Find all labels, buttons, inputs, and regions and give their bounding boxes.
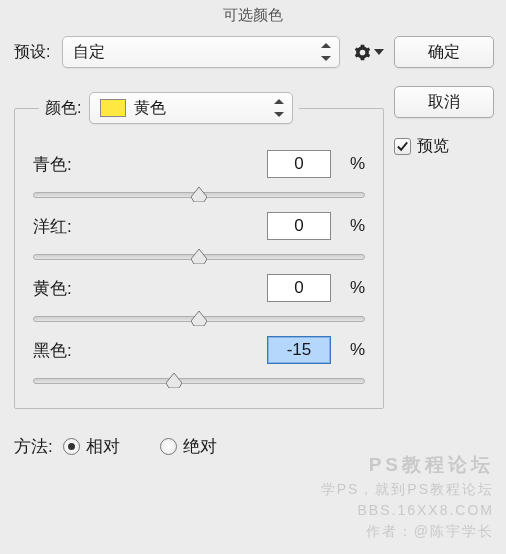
cyan-slider[interactable] [33, 188, 365, 202]
colors-group: 颜色: 黄色 青色: 0 % 洋红 [14, 92, 384, 409]
magenta-label: 洋红: [33, 215, 97, 238]
method-absolute-label: 绝对 [183, 435, 217, 458]
chevrons-icon [321, 41, 331, 63]
preset-value: 自定 [73, 42, 105, 63]
preview-label: 预览 [417, 136, 449, 157]
black-label: 黑色: [33, 339, 97, 362]
radio-off-icon [160, 438, 177, 455]
percent-label: % [341, 154, 365, 174]
preset-label: 预设: [14, 42, 62, 63]
cyan-label: 青色: [33, 153, 97, 176]
magenta-slider[interactable] [33, 250, 365, 264]
black-input[interactable]: -15 [267, 336, 331, 364]
black-slider[interactable] [33, 374, 365, 388]
method-absolute-option[interactable]: 绝对 [160, 435, 217, 458]
colors-legend: 颜色: 黄色 [39, 92, 299, 124]
preset-menu-button[interactable] [354, 44, 384, 61]
yellow-label: 黄色: [33, 277, 97, 300]
cyan-input[interactable]: 0 [267, 150, 331, 178]
dialog-title: 可选颜色 [0, 0, 506, 30]
yellow-input[interactable]: 0 [267, 274, 331, 302]
method-label: 方法: [14, 435, 53, 458]
triangle-down-icon [374, 49, 384, 55]
percent-label: % [341, 216, 365, 236]
method-relative-label: 相对 [86, 435, 120, 458]
preview-checkbox[interactable]: 预览 [394, 136, 494, 157]
color-swatch [100, 99, 126, 117]
ok-button[interactable]: 确定 [394, 36, 494, 68]
slider-magenta: 洋红: 0 % [33, 212, 365, 264]
gear-icon [354, 44, 371, 61]
slider-yellow: 黄色: 0 % [33, 274, 365, 326]
watermark: PS教程论坛 学PS，就到PS教程论坛 BBS.16XX8.COM 作者：@陈宇… [321, 451, 494, 543]
checkbox-checked-icon [394, 138, 411, 155]
color-dropdown[interactable]: 黄色 [89, 92, 293, 124]
radio-on-icon [63, 438, 80, 455]
slider-black: 黑色: -15 % [33, 336, 365, 388]
yellow-slider[interactable] [33, 312, 365, 326]
percent-label: % [341, 340, 365, 360]
magenta-input[interactable]: 0 [267, 212, 331, 240]
preset-dropdown[interactable]: 自定 [62, 36, 340, 68]
colors-label: 颜色: [45, 98, 81, 119]
percent-label: % [341, 278, 365, 298]
slider-cyan: 青色: 0 % [33, 150, 365, 202]
method-relative-option[interactable]: 相对 [63, 435, 120, 458]
color-value: 黄色 [134, 98, 166, 119]
cancel-button[interactable]: 取消 [394, 86, 494, 118]
chevrons-icon [274, 97, 284, 119]
